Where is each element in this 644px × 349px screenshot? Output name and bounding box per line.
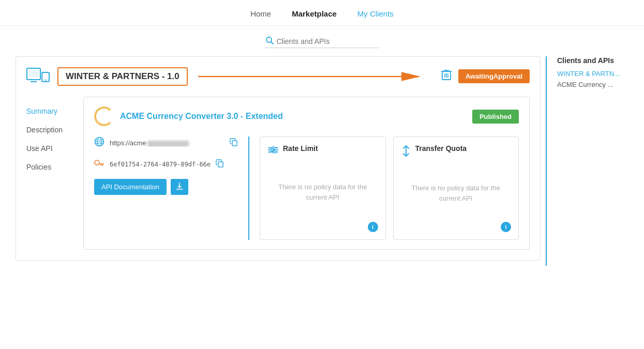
rate-limit-footer: i — [267, 222, 378, 232]
api-url-text: https://acme — [110, 139, 226, 147]
api-url-display: https://acme — [110, 138, 238, 148]
right-sidebar-item-0[interactable]: WINTER & PARTN... — [557, 70, 628, 78]
status-badge: AwaitingApproval — [458, 69, 530, 83]
rate-limit-body: There is no policy data for the current … — [267, 162, 378, 222]
api-title-row: ACME Currency Converter 3.0 - Extended — [94, 107, 283, 126]
search-input[interactable] — [277, 35, 379, 48]
svg-point-33 — [271, 149, 273, 151]
svg-point-20 — [95, 160, 99, 165]
nav-my-clients[interactable]: My Clients — [357, 9, 394, 18]
client-card: WINTER & PARTNERS - 1.0 — [16, 56, 541, 261]
search-field-wrapper — [265, 35, 379, 48]
api-card-header: ACME Currency Converter 3.0 - Extended P… — [94, 107, 519, 126]
svg-rect-19 — [232, 141, 237, 146]
header-actions: AwaitingApproval — [441, 69, 530, 84]
download-button[interactable] — [171, 179, 188, 195]
api-card-body: https://acme — [94, 136, 519, 240]
search-icon — [265, 36, 274, 47]
inner-layout: Summary Description Use API Policies ACM… — [26, 97, 530, 250]
top-navigation: Home Marketplace My Clients — [0, 0, 644, 26]
client-title: WINTER & PARTNERS - 1.0 — [57, 67, 188, 86]
api-title: ACME Currency Converter 3.0 - Extended — [120, 112, 283, 121]
transfer-quota-info-button[interactable]: i — [501, 222, 511, 232]
copy-key-button[interactable] — [216, 159, 224, 170]
rate-limit-title: Rate Limit — [283, 144, 318, 153]
transfer-quota-title: Transfer Quota — [415, 144, 467, 153]
right-sidebar-title: Clients and APIs — [557, 56, 628, 65]
right-sidebar: Clients and APIs WINTER & PARTN... ACME … — [546, 56, 628, 266]
rate-limit-header: Rate Limit — [267, 144, 378, 157]
api-details: https://acme — [94, 136, 249, 240]
api-key-text: 6ef01754-2764-4879-89df-66e — [110, 161, 211, 168]
rate-limit-no-data: There is no policy data for the current … — [267, 182, 378, 202]
api-documentation-button[interactable]: API Documentation — [94, 179, 167, 195]
client-header: WINTER & PARTNERS - 1.0 — [26, 66, 530, 86]
rate-limit-icon — [267, 145, 279, 157]
globe-icon — [94, 136, 104, 149]
rate-limit-info-button[interactable]: i — [368, 222, 378, 232]
svg-rect-24 — [218, 162, 223, 167]
transfer-quota-no-data: There is no policy data for the current … — [401, 183, 512, 203]
svg-point-34 — [273, 151, 275, 153]
url-blur — [147, 141, 189, 147]
sidebar-item-summary[interactable]: Summary — [26, 102, 83, 120]
page-body: WINTER & PARTNERS - 1.0 — [0, 56, 644, 276]
api-card: ACME Currency Converter 3.0 - Extended P… — [83, 97, 530, 250]
rate-limit-card: Rate Limit There is no policy data for t… — [260, 136, 386, 240]
transfer-quota-header: Transfer Quota — [401, 144, 512, 159]
sidebar-item-description[interactable]: Description — [26, 120, 83, 139]
search-bar-container — [0, 26, 644, 56]
delete-button[interactable] — [441, 69, 452, 84]
arrow-icon — [198, 69, 430, 84]
nav-home[interactable]: Home — [250, 9, 271, 18]
sidebar-navigation: Summary Description Use API Policies — [26, 97, 83, 250]
transfer-quota-footer: i — [401, 222, 512, 232]
api-loading-icon — [94, 107, 114, 126]
transfer-quota-body: There is no policy data for the current … — [401, 164, 512, 222]
key-icon — [94, 159, 104, 170]
doc-buttons: API Documentation — [94, 179, 238, 195]
api-key-row: 6ef01754-2764-4879-89df-66e — [94, 159, 238, 170]
api-url-row: https://acme — [94, 136, 238, 149]
svg-line-1 — [271, 42, 273, 44]
sidebar-item-policies[interactable]: Policies — [26, 158, 83, 176]
transfer-quota-card: Transfer Quota There is no policy data f… — [393, 136, 519, 240]
client-device-icon — [26, 66, 50, 86]
nav-marketplace[interactable]: Marketplace — [292, 9, 337, 18]
arrow-spacer — [188, 69, 441, 84]
sidebar-item-use-api[interactable]: Use API — [26, 139, 83, 158]
policy-cards: Rate Limit There is no policy data for t… — [249, 136, 519, 240]
svg-rect-3 — [28, 70, 39, 77]
copy-url-button[interactable] — [230, 138, 238, 148]
api-status-badge: Published — [472, 110, 519, 124]
right-sidebar-item-1[interactable]: ACME Currency ... — [557, 81, 628, 88]
main-content: WINTER & PARTNERS - 1.0 — [16, 56, 541, 266]
transfer-quota-icon — [401, 145, 411, 159]
